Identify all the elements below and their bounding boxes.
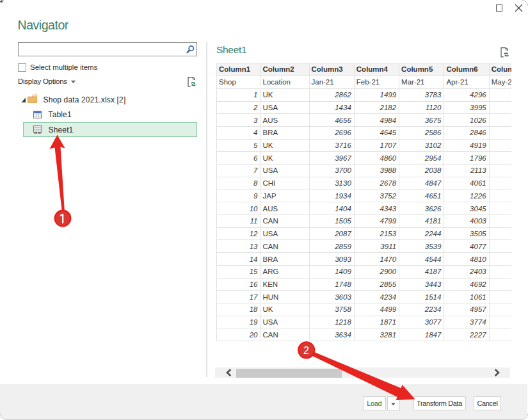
- svg-text:2: 2: [303, 345, 309, 356]
